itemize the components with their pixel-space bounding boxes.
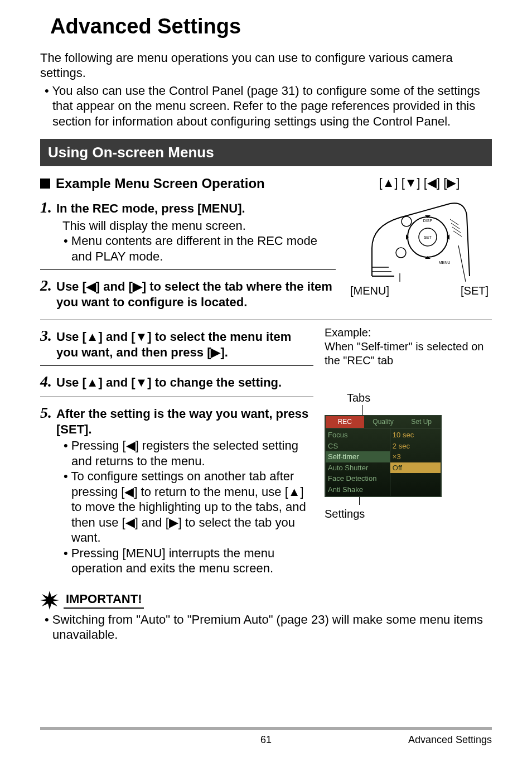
camera-dpad-diagram: DISP SET MENU <box>366 192 472 282</box>
menu-small-label: MENU <box>439 261 451 264</box>
square-bullet-icon <box>40 179 50 189</box>
step-bullet: Pressing [◀] registers the selected sett… <box>71 438 313 469</box>
menu-option: 2 sec <box>393 441 438 452</box>
step-title: In the REC mode, press [MENU]. <box>56 201 245 216</box>
pointer-line <box>359 497 360 505</box>
menu-item: Focus <box>328 430 388 441</box>
tabs-pointer-label: Tabs <box>347 391 492 405</box>
step-3: 3. Use [▲] and [▼] to select the menu it… <box>40 326 313 360</box>
menu-option-selected: Off <box>390 462 441 474</box>
menu-option: ×3 <box>393 451 438 462</box>
important-block: IMPORTANT! Switching from "Auto" to "Pre… <box>40 591 492 643</box>
svg-point-9 <box>402 216 412 226</box>
example-text: When "Self-timer" is selected on the "RE… <box>325 340 492 368</box>
svg-line-14 <box>451 223 460 229</box>
divider <box>40 365 313 366</box>
subheading-text: Example Menu Screen Operation <box>56 175 265 192</box>
step-title: Use [▲] and [▼] to select the menu item … <box>56 329 313 360</box>
step-number: 1. <box>40 197 52 217</box>
step-number: 4. <box>40 372 52 391</box>
step-1: 1. In the REC mode, press [MENU]. This w… <box>40 197 336 264</box>
step-bullet: Menu contents are different in the REC m… <box>71 233 336 264</box>
step-title: Use [▲] and [▼] to change the setting. <box>56 375 282 390</box>
important-text: Switching from "Auto" to "Premium Auto" … <box>40 612 492 643</box>
footer-section: Advanced Settings <box>408 734 492 746</box>
menu-tab-rec: REC <box>326 416 364 428</box>
disp-label: DISP <box>423 219 433 223</box>
step-number: 5. <box>40 403 52 422</box>
svg-line-16 <box>453 231 462 237</box>
step-2: 2. Use [◀] and [▶] to select the tab whe… <box>40 276 336 310</box>
divider <box>40 397 313 397</box>
menu-button-label: [MENU] <box>350 284 389 298</box>
svg-line-15 <box>452 227 461 233</box>
step-title: Use [◀] and [▶] to select the tab where … <box>56 279 336 310</box>
page-title: Advanced Settings <box>50 13 492 40</box>
svg-marker-17 <box>40 591 59 610</box>
page-number: 61 <box>260 734 272 746</box>
burst-icon <box>40 591 59 610</box>
dpad-arrows-label: [▲] [▼] [◀] [▶] <box>347 175 492 191</box>
step-4: 4. Use [▲] and [▼] to change the setting… <box>40 372 313 391</box>
divider <box>40 269 336 270</box>
menu-tab-quality: Quality <box>364 416 403 428</box>
menu-screenshot: REC Quality Set Up Focus CS Self-timer A… <box>325 415 442 497</box>
example-heading: Example: <box>325 326 492 340</box>
svg-point-10 <box>396 248 406 258</box>
step-number: 3. <box>40 326 52 345</box>
set-center-label: SET <box>424 235 432 239</box>
intro-text: The following are menu operations you ca… <box>40 50 492 81</box>
svg-line-13 <box>450 219 458 225</box>
step-bullet: To configure settings on another tab aft… <box>71 469 313 546</box>
menu-item: Face Detection <box>328 473 388 484</box>
menu-item: Anti Shake <box>328 484 388 495</box>
intro-bullet: You also can use the Control Panel (page… <box>40 83 492 129</box>
menu-option: 10 sec <box>393 430 438 441</box>
settings-pointer-label: Settings <box>325 507 492 521</box>
subheading: Example Menu Screen Operation <box>40 175 336 192</box>
step-body-text: This will display the menu screen. <box>62 218 336 234</box>
step-5: 5. After the setting is the way you want… <box>40 403 313 576</box>
menu-item: Auto Shutter <box>328 462 388 474</box>
important-label: IMPORTANT! <box>64 591 144 609</box>
svg-line-12 <box>458 245 466 282</box>
section-heading-bar: Using On-screen Menus <box>40 139 492 166</box>
menu-tab-setup: Set Up <box>402 416 441 428</box>
set-button-label: [SET] <box>461 284 489 298</box>
menu-item: CS <box>328 441 388 452</box>
page-footer: 61 Advanced Settings <box>40 727 492 746</box>
step-title: After the setting is the way you want, p… <box>56 406 313 437</box>
step-number: 2. <box>40 276 52 295</box>
menu-item-selected: Self-timer <box>326 451 390 462</box>
pointer-line <box>362 405 363 415</box>
step-bullet: Pressing [MENU] interrupts the menu oper… <box>71 546 313 576</box>
divider <box>40 320 492 320</box>
